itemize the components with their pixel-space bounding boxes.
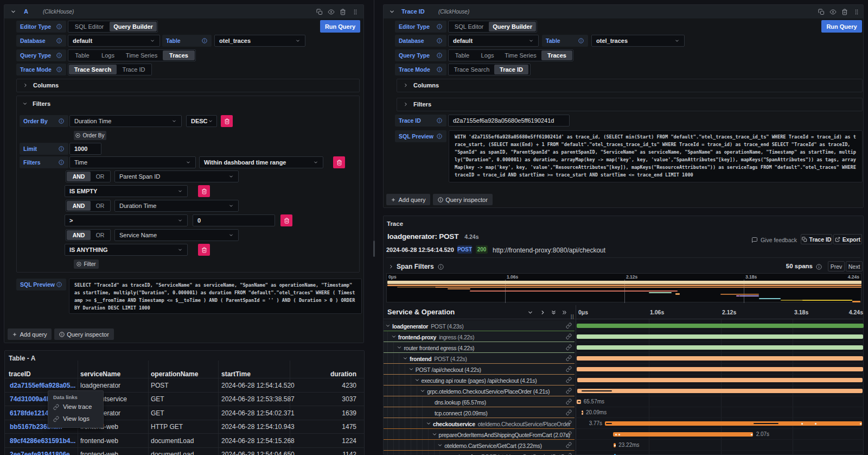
span-row-name[interactable]: router frontend egress (4.22s)	[384, 342, 575, 353]
sql-editor-option[interactable]: SQL Editor	[69, 22, 110, 31]
limit-input[interactable]: 1000	[69, 143, 101, 155]
trace-id-input[interactable]: d2a7155ef6a928a05680e5ff6190241d	[448, 115, 570, 127]
span-row-name[interactable]: oteldemo.CartService/GetCart (23.22ms)	[384, 440, 575, 451]
span-link-icon[interactable]	[566, 323, 572, 328]
info-icon[interactable]	[59, 118, 64, 124]
span-duration-bar[interactable]	[577, 324, 864, 328]
span-duration-bar[interactable]	[577, 378, 863, 382]
span-gantt-cell[interactable]	[577, 375, 864, 386]
filter-1-op-select[interactable]: IS EMPTY	[65, 185, 188, 197]
info-icon[interactable]	[437, 53, 442, 58]
order-by-direction-select[interactable]: DESC	[186, 115, 217, 127]
filter-2-value-input[interactable]: 0	[193, 214, 275, 226]
col-header-starttime[interactable]: startTime	[221, 370, 251, 378]
chevron-down-icon[interactable]	[420, 388, 425, 394]
menu-item-view-trace[interactable]: View trace	[53, 403, 92, 410]
drag-handle-icon[interactable]	[352, 9, 359, 15]
query-builder-option[interactable]: Query Builder	[110, 22, 157, 31]
prev-button[interactable]: Prev	[828, 261, 845, 271]
info-icon[interactable]	[578, 38, 584, 43]
duplicate-query-icon[interactable]	[818, 9, 825, 15]
chevron-down-icon[interactable]	[389, 9, 395, 15]
span-row-name[interactable]: tcp.connect (20.09ms)	[384, 407, 575, 418]
filter-time-value-select[interactable]: Within dashboard time range	[199, 156, 323, 168]
query-type-traces[interactable]: Traces	[541, 50, 572, 60]
trace-minimap[interactable]: 0μs 1.06s 2.12s 3.18s 4.24s	[386, 273, 861, 302]
info-icon[interactable]	[437, 118, 442, 123]
query-type-traces[interactable]: Traces	[163, 50, 195, 60]
span-filters-label[interactable]: Span Filters	[397, 263, 434, 270]
span-row-name[interactable]: frontendPOST (4.22s)	[384, 353, 575, 364]
span-gantt-cell[interactable]	[577, 331, 864, 342]
col-header-duration[interactable]: duration	[290, 370, 356, 378]
span-link-icon[interactable]	[566, 355, 572, 361]
span-gantt-cell[interactable]	[577, 386, 864, 396]
chevron-down-icon[interactable]	[426, 421, 431, 426]
info-icon[interactable]	[56, 38, 62, 43]
span-link-icon[interactable]	[566, 366, 572, 372]
span-link-icon[interactable]	[566, 377, 572, 383]
info-icon[interactable]	[59, 146, 64, 151]
service-operation-header[interactable]: Service & Operation	[387, 308, 455, 316]
cell-traceid[interactable]: 2ee7eefe91941806e...	[10, 451, 75, 455]
pane-splitter[interactable]	[374, 0, 374, 255]
span-duration-bar[interactable]	[613, 432, 753, 437]
trace-id-option[interactable]: Trace ID	[494, 65, 528, 74]
query-type-logs[interactable]: Logs	[95, 50, 120, 60]
span-link-icon[interactable]	[566, 420, 572, 426]
span-gantt-cell[interactable]	[577, 342, 864, 353]
and-option[interactable]: AND	[67, 230, 91, 240]
info-icon[interactable]	[816, 264, 822, 270]
chevron-down-icon[interactable]	[403, 356, 408, 361]
order-by-field-select[interactable]: Duration Time	[69, 115, 182, 127]
chevron-right-icon[interactable]	[388, 264, 394, 269]
duplicate-query-icon[interactable]	[316, 9, 323, 15]
chevron-down-icon[interactable]	[10, 9, 16, 15]
next-button[interactable]: Next	[846, 261, 863, 271]
expand-one-icon[interactable]	[540, 309, 546, 315]
remove-query-icon[interactable]	[841, 9, 848, 15]
info-icon[interactable]	[202, 38, 207, 43]
cell-traceid[interactable]: d2a7155ef6a928a05...	[10, 382, 75, 389]
add-filter-button[interactable]: Filter	[74, 260, 99, 269]
run-query-button-a[interactable]: Run Query	[320, 20, 360, 33]
give-feedback-link[interactable]: Give feedback	[751, 237, 797, 243]
span-link-icon[interactable]	[566, 399, 572, 405]
info-icon[interactable]	[59, 160, 64, 165]
span-row-name[interactable]: checkoutserviceoteldemo.CheckoutService/…	[384, 418, 575, 429]
or-option[interactable]: OR	[91, 230, 110, 240]
query-a-title[interactable]: A	[24, 8, 28, 15]
query-trace-title[interactable]: Trace ID	[401, 8, 425, 15]
query-inspector-button-trace[interactable]: Query inspector	[433, 194, 493, 205]
info-icon[interactable]	[56, 24, 62, 29]
filters-section-header-a[interactable]: Filters	[22, 100, 50, 107]
span-duration-bar[interactable]	[577, 334, 863, 339]
span-gantt-cell[interactable]	[577, 353, 864, 364]
filter-3-field-select[interactable]: Service Name	[114, 229, 239, 241]
query-inspector-button-a[interactable]: Query inspector	[54, 328, 114, 340]
and-option[interactable]: AND	[67, 172, 91, 181]
menu-item-view-logs[interactable]: View logs	[53, 415, 90, 422]
chevron-down-icon[interactable]	[414, 377, 420, 383]
info-icon[interactable]	[438, 264, 444, 270]
span-gantt-cell[interactable]	[577, 320, 864, 331]
span-row-name[interactable]: grpc.oteldemo.CheckoutService/PlaceOrder…	[384, 386, 575, 396]
remove-filter-1-button[interactable]	[198, 185, 210, 197]
remove-query-icon[interactable]	[340, 9, 346, 15]
query-type-timeseries[interactable]: Time Series	[120, 50, 163, 60]
span-gantt-cell[interactable]	[577, 451, 864, 455]
info-icon[interactable]	[56, 282, 62, 287]
chevron-down-icon[interactable]	[391, 334, 397, 339]
span-link-icon[interactable]	[566, 453, 572, 455]
remove-filter-time-button[interactable]	[333, 156, 345, 168]
remove-filter-2-button[interactable]	[280, 214, 292, 226]
span-row-name[interactable]: loadgeneratorPOST (4.23s)	[384, 320, 575, 331]
run-query-button-trace[interactable]: Run Query	[821, 20, 862, 33]
trace-id-option[interactable]: Trace ID	[117, 65, 151, 74]
table-select-trace[interactable]: otel_traces	[591, 35, 685, 47]
chevron-down-icon[interactable]	[385, 323, 391, 328]
span-link-icon[interactable]	[566, 388, 572, 394]
info-icon[interactable]	[437, 67, 442, 72]
chevron-down-icon[interactable]	[432, 432, 437, 437]
table-panel-title[interactable]: Table - A	[9, 355, 35, 362]
